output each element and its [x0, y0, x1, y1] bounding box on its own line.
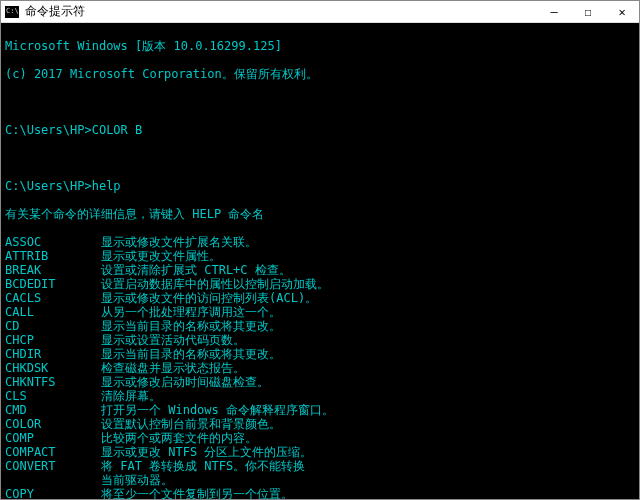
command-name: CD [5, 319, 101, 333]
command-desc: 显示或修改文件的访问控制列表(ACL)。 [101, 291, 635, 305]
command-name: CACLS [5, 291, 101, 305]
command-desc: 设置或清除扩展式 CTRL+C 检查。 [101, 263, 635, 277]
command-row: COMP比较两个或两套文件的内容。 [5, 431, 635, 445]
close-button[interactable]: ✕ [605, 1, 639, 23]
command-desc: 从另一个批处理程序调用这一个。 [101, 305, 635, 319]
command-row: COPY将至少一个文件复制到另一个位置。 [5, 487, 635, 499]
command-row: CONVERT将 FAT 卷转换成 NTFS。你不能转换 [5, 459, 635, 473]
command-desc: 当前驱动器。 [101, 473, 635, 487]
command-name: CONVERT [5, 459, 101, 473]
banner-line2: (c) 2017 Microsoft Corporation。保留所有权利。 [5, 67, 635, 81]
command-name: ATTRIB [5, 249, 101, 263]
banner-line1: Microsoft Windows [版本 10.0.16299.125] [5, 39, 635, 53]
window-controls: — ☐ ✕ [537, 1, 639, 23]
command-name: BCDEDIT [5, 277, 101, 291]
command-desc: 比较两个或两套文件的内容。 [101, 431, 635, 445]
command-desc: 显示或修改文件扩展名关联。 [101, 235, 635, 249]
command-name: COPY [5, 487, 101, 499]
command-desc: 设置启动数据库中的属性以控制启动加载。 [101, 277, 635, 291]
command-row: BREAK设置或清除扩展式 CTRL+C 检查。 [5, 263, 635, 277]
command-name: COMPACT [5, 445, 101, 459]
command-desc: 显示或设置活动代码页数。 [101, 333, 635, 347]
command-desc: 设置默认控制台前景和背景颜色。 [101, 417, 635, 431]
blank-line [5, 151, 635, 165]
command-row: CACLS显示或修改文件的访问控制列表(ACL)。 [5, 291, 635, 305]
command-desc: 清除屏幕。 [101, 389, 635, 403]
command-name: BREAK [5, 263, 101, 277]
window-title: 命令提示符 [25, 3, 537, 20]
command-row: CHDIR显示当前目录的名称或将其更改。 [5, 347, 635, 361]
command-row: CMD打开另一个 Windows 命令解释程序窗口。 [5, 403, 635, 417]
minimize-button[interactable]: — [537, 1, 571, 23]
command-row: CHCP显示或设置活动代码页数。 [5, 333, 635, 347]
maximize-button[interactable]: ☐ [571, 1, 605, 23]
command-row: CHKDSK检查磁盘并显示状态报告。 [5, 361, 635, 375]
command-desc: 打开另一个 Windows 命令解释程序窗口。 [101, 403, 635, 417]
command-desc: 显示当前目录的名称或将其更改。 [101, 347, 635, 361]
command-desc: 显示当前目录的名称或将其更改。 [101, 319, 635, 333]
command-name: CHCP [5, 333, 101, 347]
command-name: CHKNTFS [5, 375, 101, 389]
prompt-line-2: C:\Users\HP>help [5, 179, 635, 193]
command-name: COMP [5, 431, 101, 445]
command-row: ATTRIB显示或更改文件属性。 [5, 249, 635, 263]
command-name [5, 473, 101, 487]
command-row: BCDEDIT设置启动数据库中的属性以控制启动加载。 [5, 277, 635, 291]
titlebar[interactable]: 命令提示符 — ☐ ✕ [1, 1, 639, 23]
command-name: CMD [5, 403, 101, 417]
window: 命令提示符 — ☐ ✕ Microsoft Windows [版本 10.0.1… [0, 0, 640, 500]
command-desc: 将至少一个文件复制到另一个位置。 [101, 487, 635, 499]
command-name: COLOR [5, 417, 101, 431]
command-row: CHKNTFS显示或修改启动时间磁盘检查。 [5, 375, 635, 389]
command-name: CHKDSK [5, 361, 101, 375]
cmd-icon [5, 6, 19, 18]
command-desc: 将 FAT 卷转换成 NTFS。你不能转换 [101, 459, 635, 473]
command-row: CLS清除屏幕。 [5, 389, 635, 403]
command-row: CALL从另一个批处理程序调用这一个。 [5, 305, 635, 319]
command-name: CLS [5, 389, 101, 403]
command-row: 当前驱动器。 [5, 473, 635, 487]
command-row: ASSOC显示或修改文件扩展名关联。 [5, 235, 635, 249]
command-desc: 检查磁盘并显示状态报告。 [101, 361, 635, 375]
prompt-line-1: C:\Users\HP>COLOR B [5, 123, 635, 137]
command-row: COLOR设置默认控制台前景和背景颜色。 [5, 417, 635, 431]
command-name: ASSOC [5, 235, 101, 249]
command-row: CD显示当前目录的名称或将其更改。 [5, 319, 635, 333]
blank-line [5, 95, 635, 109]
help-intro: 有关某个命令的详细信息，请键入 HELP 命令名 [5, 207, 635, 221]
command-name: CHDIR [5, 347, 101, 361]
command-row: COMPACT显示或更改 NTFS 分区上文件的压缩。 [5, 445, 635, 459]
command-name: CALL [5, 305, 101, 319]
command-desc: 显示或更改 NTFS 分区上文件的压缩。 [101, 445, 635, 459]
command-desc: 显示或修改启动时间磁盘检查。 [101, 375, 635, 389]
terminal-area[interactable]: Microsoft Windows [版本 10.0.16299.125] (c… [1, 23, 639, 499]
command-list: ASSOC显示或修改文件扩展名关联。ATTRIB显示或更改文件属性。BREAK设… [5, 235, 635, 499]
command-desc: 显示或更改文件属性。 [101, 249, 635, 263]
